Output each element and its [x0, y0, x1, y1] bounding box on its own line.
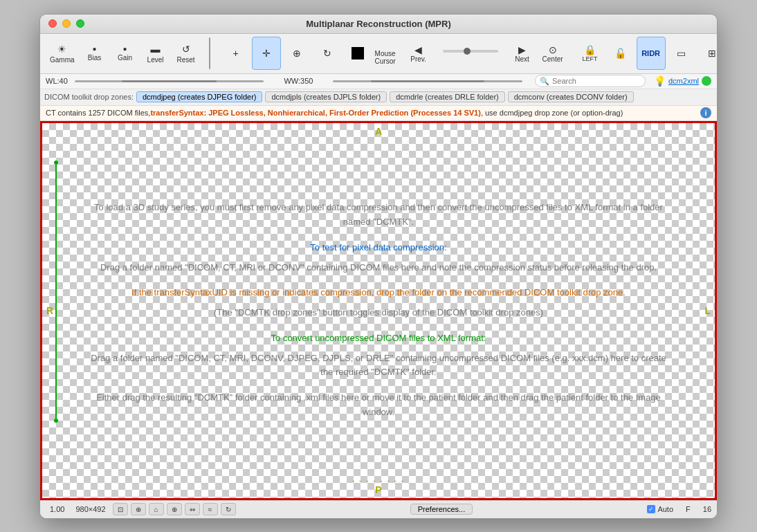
fit-button[interactable]: ⊡ — [113, 503, 128, 515]
auto-label: Auto — [657, 505, 673, 513]
canvas[interactable]: A R L P - - - - - - - - To load a 3D stu… — [40, 121, 717, 500]
crosshair-icon: + — [232, 48, 238, 59]
single-view-icon: ▭ — [677, 48, 686, 59]
wl-tool-button[interactable] — [343, 37, 372, 70]
info-bar: CT contains 1257 DICOM files, transferSy… — [40, 106, 717, 121]
wl-ww-bar: WL:40 WW:350 🔍 💡 dcm2xml — [40, 74, 717, 89]
move-tool-button[interactable]: ✛ — [252, 37, 281, 70]
next-label: Next — [515, 55, 529, 63]
instruction-para2-body: Drag a folder named "DICOM, CT, MRI or D… — [100, 261, 657, 275]
dicom-zones-bar: DICOM toolkit drop zones: dcmdjpeg (crea… — [40, 89, 717, 106]
close-button[interactable] — [48, 19, 57, 28]
zoom-tool-button[interactable]: ⊕ — [282, 37, 311, 70]
gamma-button[interactable]: ☀ Gamma — [46, 37, 79, 70]
lightbulb-icon: 💡 — [654, 75, 666, 86]
zone-dcmdjpeg-button[interactable]: dcmdjpeg (creates DJPEG folder) — [136, 91, 262, 102]
level-label: Level — [147, 56, 164, 64]
ridr-button[interactable]: RIDR — [637, 37, 666, 70]
arrows-button[interactable]: ⇔ — [185, 503, 200, 515]
prev-icon: ◀ — [414, 44, 422, 55]
zoom-in-button[interactable]: ⊕ — [131, 503, 146, 515]
bias-label: Bias — [88, 54, 101, 62]
instruction-para5: Either drag the resulting "DCMTK" folder… — [84, 391, 673, 420]
center-label: Center — [542, 55, 563, 63]
reset-icon: ↺ — [182, 44, 190, 55]
canvas-size: 980×492 — [71, 505, 109, 513]
instruction-overlay: To load a 3D study series, you must firs… — [42, 123, 715, 498]
grid2-icon: ⊞ — [708, 48, 716, 59]
refresh-button[interactable]: ↻ — [221, 503, 236, 515]
eye-icon: 🔒 — [584, 44, 596, 55]
minimize-button[interactable] — [62, 19, 71, 28]
instruction-para2-title: To test for pixel data compression: — [310, 241, 446, 255]
dicom-count: CT contains 1257 DICOM files, — [46, 109, 150, 117]
use-tip: , use dcmdjpeg drop zone (or option-drag… — [481, 109, 623, 117]
preferences-button[interactable]: Preferences... — [410, 504, 473, 515]
search-input[interactable] — [552, 77, 641, 85]
prev-button[interactable]: ◀ Prev. — [404, 37, 433, 70]
crosshair-status-icon: ⊕ — [172, 506, 177, 513]
home-icon: ⌂ — [154, 506, 158, 513]
instruction-para4-body: Drag a folder named "DICOM, CT, MRI, DCO… — [84, 351, 673, 380]
grid2-button[interactable]: ⊞ — [697, 37, 718, 70]
main-canvas-area[interactable]: A R L P - - - - - - - - To load a 3D stu… — [40, 121, 717, 500]
dicom-zones-label: DICOM toolkit drop zones: — [44, 93, 134, 101]
bias-button[interactable]: ● Bias — [80, 37, 109, 70]
page-number: 16 — [703, 505, 711, 513]
main-window: Multiplanar Reconstruction (MPR) ☀ Gamma… — [39, 14, 718, 519]
single-view-button[interactable]: ▭ — [667, 37, 696, 70]
crosshair-tool-button[interactable]: + — [221, 37, 250, 70]
wl-slider[interactable] — [68, 80, 271, 82]
search-icon: 🔍 — [540, 77, 549, 86]
arrows-icon: ⇔ — [190, 506, 195, 513]
window-title: Multiplanar Reconstruction (MPR) — [306, 19, 450, 29]
refresh-icon: ↻ — [226, 506, 231, 513]
rotate-icon: ↻ — [323, 48, 331, 59]
gain-button[interactable]: ● Gain — [111, 37, 140, 70]
auto-checkbox-check: ✓ — [647, 505, 655, 513]
reset-button[interactable]: ↺ Reset — [172, 37, 201, 70]
info-icon[interactable]: i — [700, 107, 711, 118]
zone-dcmdjpls-button[interactable]: dcmdjpls (creates DJPLS folder) — [265, 91, 387, 102]
adjustment-tools: ☀ Gamma ● Bias ● Gain ▬ Level ↺ Reset — [46, 37, 201, 70]
transfer-syntax: transferSyntax: JPEG Lossless, Nonhierar… — [150, 109, 480, 117]
rotate-tool-button[interactable]: ↻ — [313, 37, 342, 70]
bias-icon: ● — [93, 45, 97, 53]
gamma-label: Gamma — [50, 56, 75, 64]
mouse-cursor-label: Mouse Cursor — [375, 50, 396, 65]
wl-icon — [352, 47, 364, 59]
next-icon: ▶ — [518, 44, 526, 55]
eye-button[interactable]: 🔒 LEFT — [576, 37, 605, 70]
center-button[interactable]: ⊙ Center — [538, 37, 567, 70]
toolbar: ☀ Gamma ● Bias ● Gain ▬ Level ↺ Reset — [40, 34, 717, 74]
crosshair-button[interactable]: ⊕ — [167, 503, 182, 515]
dcm2xml-link[interactable]: dcm2xml — [668, 77, 699, 85]
ww-slider[interactable] — [326, 80, 529, 82]
zone-dcmconv-button[interactable]: dcmconv (creates DCONV folder) — [508, 91, 634, 102]
preview-thumbnail — [209, 37, 210, 69]
center-icon: ⊙ — [549, 44, 557, 55]
wave-icon: ≈ — [208, 506, 212, 513]
search-box[interactable]: 🔍 — [535, 75, 646, 87]
fit-icon: ⊡ — [118, 506, 123, 513]
move-icon: ✛ — [262, 48, 271, 59]
prev-label: Prev. — [410, 55, 426, 63]
zoom-in-icon: ⊕ — [136, 506, 141, 513]
instruction-para4-title: To convert uncompressed DICOM files to X… — [271, 331, 486, 346]
status-dot — [702, 76, 711, 86]
traffic-lights — [48, 19, 84, 28]
home-button[interactable]: ⌂ — [149, 503, 164, 515]
next-button[interactable]: ▶ Next — [508, 37, 537, 70]
wave-button[interactable]: ≈ — [203, 503, 218, 515]
lock-button[interactable]: 🔓 — [606, 37, 635, 70]
auto-checkbox[interactable]: ✓ Auto — [647, 505, 673, 513]
cursor-tools: + ✛ ⊕ ↻ — [221, 37, 372, 70]
zone-dcmdrle-button[interactable]: dcmdrle (creates DRLE folder) — [390, 91, 505, 102]
title-bar: Multiplanar Reconstruction (MPR) — [40, 15, 717, 34]
ww-value: WW:350 — [271, 77, 326, 85]
instruction-para3-body: (The "DCMTK drop zones" button toggles d… — [214, 306, 543, 320]
ridr-icon: RIDR — [641, 49, 660, 57]
instruction-para3-title: If the transferSyntaxUID is missing or i… — [131, 286, 626, 300]
level-button[interactable]: ▬ Level — [141, 37, 170, 70]
maximize-button[interactable] — [76, 19, 84, 28]
